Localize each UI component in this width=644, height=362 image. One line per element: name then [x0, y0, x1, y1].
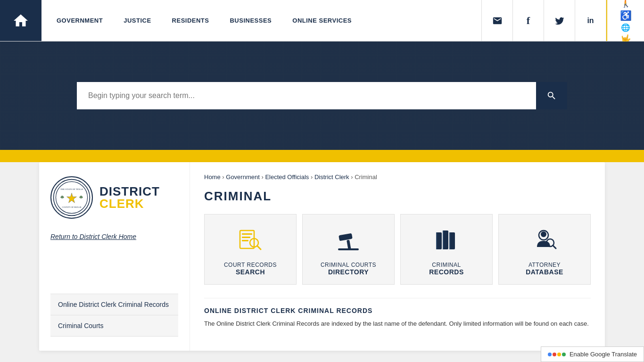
- sidebar-nav-online-records[interactable]: Online District Clerk Criminal Records: [50, 294, 178, 315]
- nav-businesses[interactable]: BUSINESSES: [219, 17, 282, 24]
- criminal-courts-directory-card[interactable]: CRIMINAL COURTS DIRECTORY: [302, 214, 395, 285]
- clerk-title-district: DISTRICT: [99, 185, 160, 197]
- svg-text:COUNTY OF BEXAR: COUNTY OF BEXAR: [62, 206, 82, 208]
- criminal-courts-label-top: CRIMINAL COURTS: [321, 262, 376, 268]
- svg-rect-13: [338, 248, 359, 250]
- svg-rect-7: [242, 237, 250, 238]
- sidebar-nav: Online District Clerk Criminal Records C…: [50, 294, 178, 337]
- attorney-database-svg: [530, 226, 559, 254]
- search-input[interactable]: [77, 82, 536, 109]
- svg-text:THE STATE OF TEXAS: THE STATE OF TEXAS: [60, 188, 83, 190]
- criminal-records-icon: [432, 223, 461, 257]
- g-yellow-dot: [557, 353, 561, 356]
- home-button[interactable]: [0, 0, 41, 41]
- breadcrumb-sep-3: ›: [311, 173, 314, 181]
- breadcrumb-government[interactable]: Government: [226, 173, 260, 181]
- sidebar: THE STATE OF TEXAS COUNTY OF BEXAR DISTR…: [39, 162, 190, 351]
- svg-rect-18: [443, 230, 444, 249]
- svg-rect-11: [339, 233, 353, 241]
- linkedin-link[interactable]: in: [575, 0, 606, 41]
- google-translate-bar[interactable]: Enable Google Translate: [541, 346, 644, 362]
- attorney-database-label-bottom: DATABASE: [526, 268, 563, 276]
- search-wrap: [77, 82, 567, 109]
- g-blue-dot: [548, 353, 552, 356]
- criminal-courts-svg: [334, 226, 363, 254]
- court-records-label-top: COURT RECORDS: [224, 262, 277, 268]
- google-icon: [548, 353, 566, 356]
- criminal-records-label-top: CRIMINAL: [432, 262, 461, 268]
- twitter-icon: [554, 16, 565, 26]
- content-card: THE STATE OF TEXAS COUNTY OF BEXAR DISTR…: [39, 162, 605, 351]
- google-translate-label: Enable Google Translate: [570, 351, 637, 358]
- facebook-link[interactable]: f: [513, 0, 544, 41]
- svg-line-10: [257, 246, 261, 250]
- criminal-records-label-bottom: RECORDS: [429, 268, 464, 276]
- seal: THE STATE OF TEXAS COUNTY OF BEXAR: [50, 176, 93, 219]
- svg-point-21: [541, 231, 546, 237]
- search-button[interactable]: [536, 82, 567, 109]
- svg-rect-8: [242, 240, 248, 241]
- search-icon: [546, 90, 557, 101]
- nav-justice[interactable]: JUSTICE: [113, 17, 161, 24]
- top-navigation: GOVERNMENT JUSTICE RESIDENTS BUSINESSES …: [0, 0, 644, 41]
- page-title: CRIMINAL: [204, 189, 591, 204]
- facebook-icon: f: [527, 15, 530, 27]
- svg-rect-19: [449, 232, 450, 249]
- district-clerk-logo: THE STATE OF TEXAS COUNTY OF BEXAR DISTR…: [50, 176, 160, 219]
- nav-links: GOVERNMENT JUSTICE RESIDENTS BUSINESSES …: [41, 0, 481, 41]
- online-records-description: The Online District Clerk Criminal Recor…: [204, 319, 591, 329]
- online-records-title: ONLINE DISTRICT CLERK CRIMINAL RECORDS: [204, 307, 591, 314]
- attorney-database-label-top: ATTORNEY: [528, 262, 561, 268]
- nav-residents[interactable]: RESIDENTS: [162, 17, 220, 24]
- court-records-label-bottom: SEARCH: [236, 268, 265, 276]
- g-green-dot: [562, 353, 566, 356]
- seal-svg: THE STATE OF TEXAS COUNTY OF BEXAR: [53, 179, 91, 216]
- criminal-records-svg: [432, 226, 461, 254]
- email-link[interactable]: [482, 0, 513, 41]
- accessibility-options: 🚶 ♿ 🌐 🤟: [606, 0, 644, 41]
- nav-online-services[interactable]: ONLINE SERVICES: [282, 17, 362, 24]
- svg-rect-6: [242, 233, 252, 235]
- social-links: f in: [481, 0, 606, 41]
- sidebar-nav-criminal-courts[interactable]: Criminal Courts: [50, 315, 178, 337]
- svg-rect-17: [436, 232, 437, 249]
- email-icon: [492, 16, 503, 26]
- breadcrumb-current: Criminal: [355, 173, 377, 181]
- breadcrumb: Home › Government › Elected Officials › …: [204, 173, 591, 181]
- breadcrumb-home[interactable]: Home: [204, 173, 221, 181]
- g-red-dot: [553, 353, 556, 356]
- linkedin-icon: in: [587, 16, 594, 25]
- clerk-title: DISTRICT CLERK: [99, 185, 160, 210]
- court-records-search-card[interactable]: COURT RECORDS SEARCH: [204, 214, 297, 285]
- twitter-link[interactable]: [544, 0, 575, 41]
- clerk-title-clerk: CLERK: [99, 197, 160, 210]
- criminal-records-card[interactable]: CRIMINAL RECORDS: [400, 214, 493, 285]
- court-records-svg: [236, 226, 264, 254]
- accessibility-disability-icon[interactable]: ♿: [620, 10, 632, 21]
- return-to-district-clerk-link[interactable]: Return to District Clerk Home: [50, 233, 136, 240]
- home-icon: [12, 12, 29, 29]
- criminal-courts-icon: [334, 223, 363, 257]
- criminal-courts-label-bottom: DIRECTORY: [328, 268, 369, 276]
- online-records-section: ONLINE DISTRICT CLERK CRIMINAL RECORDS T…: [204, 298, 591, 329]
- breadcrumb-sep-4: ›: [351, 173, 355, 181]
- attorney-database-icon: [530, 223, 559, 257]
- nav-government[interactable]: GOVERNMENT: [46, 17, 113, 24]
- svg-line-23: [553, 246, 556, 249]
- breadcrumb-elected-officials[interactable]: Elected Officials: [265, 173, 309, 181]
- attorney-database-card[interactable]: ATTORNEY DATABASE: [498, 214, 591, 285]
- court-records-icon: [236, 223, 264, 257]
- card-grid: COURT RECORDS SEARCH: [204, 214, 591, 285]
- main-wrap: THE STATE OF TEXAS COUNTY OF BEXAR DISTR…: [0, 162, 644, 362]
- translate-icon[interactable]: 🌐: [621, 23, 630, 32]
- accessibility-person-icon[interactable]: 🚶: [620, 0, 632, 8]
- breadcrumb-district-clerk[interactable]: District Clerk: [314, 173, 349, 181]
- search-bar: [77, 82, 567, 109]
- main-content: Home › Government › Elected Officials › …: [190, 162, 605, 351]
- hero-section: [0, 41, 644, 150]
